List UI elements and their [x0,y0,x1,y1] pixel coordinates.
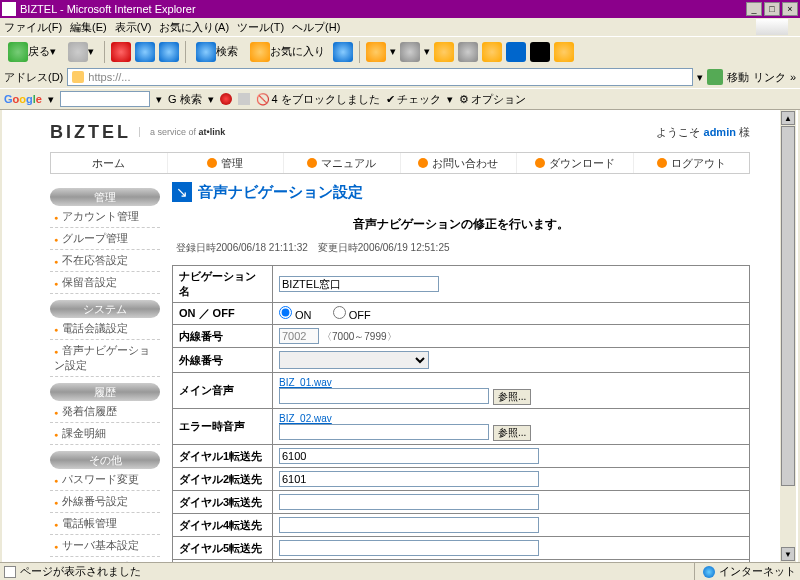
address-input[interactable]: https://... [67,68,693,86]
discuss-icon[interactable] [458,42,478,62]
link-error-audio[interactable]: BIZ_02.wav [279,413,332,424]
go-button[interactable] [707,69,723,85]
input-ext [279,328,319,344]
page-title: 音声ナビゲーション設定 [198,183,363,202]
google-toolbar: Google▾ ▾ G 検索▾ 🚫 4 をブロックしました ✔ チェック▾ ⚙ … [0,88,800,110]
sidebar-head-other: その他 [50,451,160,469]
nav-admin[interactable]: 管理 [167,153,284,173]
label-dial3: ダイヤル3転送先 [173,491,273,514]
address-label: アドレス(D) [4,70,63,85]
nav-contact[interactable]: お問い合わせ [400,153,517,173]
sidebar-item-voicenav[interactable]: 音声ナビゲーション設定 [50,340,160,377]
welcome-text: ようこそ admin 様 [656,125,750,140]
main-nav: ホーム 管理 マニュアル お問い合わせ ダウンロード ログアウト [50,152,750,174]
page-header: BIZTEL a service of at•link ようこそ admin 様 [50,116,750,148]
sidebar-head-system: システム [50,300,160,318]
sidebar-item-hold[interactable]: 保留音設定 [50,272,160,294]
sidebar-item-phonebook[interactable]: 電話帳管理 [50,513,160,535]
link-main-audio[interactable]: BIZ_01.wav [279,377,332,388]
sidebar-item-conference[interactable]: 電話会議設定 [50,318,160,340]
sidebar-item-extline[interactable]: 外線番号設定 [50,491,160,513]
browse-error-audio[interactable]: 参照... [493,425,531,441]
page-title-icon: ↘ [172,182,192,202]
maximize-button[interactable]: □ [764,2,780,16]
nav-manual[interactable]: マニュアル [283,153,400,173]
sidebar-head-admin: 管理 [50,188,160,206]
messenger-icon[interactable] [554,42,574,62]
research-icon[interactable] [482,42,502,62]
refresh-icon[interactable] [135,42,155,62]
go-label[interactable]: 移動 [727,70,749,85]
radio-off[interactable]: OFF [333,309,371,321]
label-main-audio: メイン音声 [173,373,273,409]
print-icon[interactable] [400,42,420,62]
pagerank-icon[interactable] [220,93,232,105]
nav-logout[interactable]: ログアウト [633,153,750,173]
scroll-down-icon[interactable]: ▼ [781,547,795,561]
sidebar-item-group[interactable]: グループ管理 [50,228,160,250]
input-dial5[interactable] [279,540,539,556]
sidebar-item-calllog[interactable]: 発着信履歴 [50,401,160,423]
label-nav-name: ナビゲーション名 [173,266,273,303]
minimize-button[interactable]: _ [746,2,762,16]
nav-home[interactable]: ホーム [51,153,167,173]
popup-blocked[interactable]: 🚫 4 をブロックしました [256,92,380,107]
window-title: BIZTEL - Microsoft Internet Explorer [20,3,196,15]
sidebar-item-absence[interactable]: 不在応答設定 [50,250,160,272]
back-button[interactable]: 戻る ▾ [4,40,60,64]
forward-button[interactable]: ▾ [64,40,98,64]
browser-toolbar: 戻る ▾ ▾ 検索 お気に入り ▾ ▾ [0,36,800,66]
label-dial4: ダイヤル4転送先 [173,514,273,537]
input-dial3[interactable] [279,494,539,510]
mail-icon[interactable] [366,42,386,62]
edit-icon[interactable] [434,42,454,62]
menu-favorites[interactable]: お気に入り(A) [159,20,229,35]
logo-subtitle: a service of at•link [139,127,225,137]
input-dial2[interactable] [279,471,539,487]
input-error-audio[interactable] [279,424,489,440]
input-nav-name[interactable] [279,276,439,292]
vertical-scrollbar[interactable]: ▲ ▼ [780,110,796,562]
google-search-input[interactable] [60,91,150,107]
scroll-up-icon[interactable]: ▲ [781,111,795,125]
scroll-thumb[interactable] [781,126,795,486]
input-dial4[interactable] [279,517,539,533]
google-check[interactable]: ✔ チェック [386,92,441,107]
browse-main-audio[interactable]: 参照... [493,389,531,405]
menu-file[interactable]: ファイル(F) [4,20,62,35]
sidebar-item-password[interactable]: パスワード変更 [50,469,160,491]
lock-icon [72,71,84,83]
sidebar-item-server[interactable]: サーバ基本設定 [50,535,160,557]
stop-icon[interactable] [111,42,131,62]
google-options[interactable]: ⚙ オプション [459,92,526,107]
sidebar: 管理 アカウント管理 グループ管理 不在応答設定 保留音設定 システム 電話会議… [50,182,160,562]
close-button[interactable]: × [782,2,798,16]
menu-view[interactable]: 表示(V) [115,20,152,35]
bluetooth-icon[interactable] [506,42,526,62]
icon-b[interactable] [530,42,550,62]
input-main-audio[interactable] [279,388,489,404]
browser-viewport: BIZTEL a service of at•link ようこそ admin 様… [0,110,800,562]
menu-tools[interactable]: ツール(T) [237,20,284,35]
google-icon-2[interactable] [238,93,250,105]
page-meta: 登録日時2006/06/18 21:11:32 変更日時2006/06/19 1… [172,241,750,255]
sidebar-item-account[interactable]: アカウント管理 [50,206,160,228]
google-logo[interactable]: Google [4,93,42,105]
window-titlebar: BIZTEL - Microsoft Internet Explorer _ □… [0,0,800,18]
sidebar-item-backup[interactable]: バックアップ・リストア [50,557,160,562]
menu-edit[interactable]: 編集(E) [70,20,107,35]
radio-on[interactable]: ON [279,309,312,321]
ie-logo-icon [756,19,788,35]
sidebar-item-billing[interactable]: 課金明細 [50,423,160,445]
links-label[interactable]: リンク [753,70,786,85]
select-line[interactable] [279,351,429,369]
home-icon[interactable] [159,42,179,62]
menu-help[interactable]: ヘルプ(H) [292,20,340,35]
search-button[interactable]: 検索 [192,40,242,64]
input-dial1[interactable] [279,448,539,464]
google-search-button[interactable]: G 検索 [168,92,202,107]
history-icon[interactable] [333,42,353,62]
nav-download[interactable]: ダウンロード [516,153,633,173]
globe-icon [703,566,715,578]
favorites-button[interactable]: お気に入り [246,40,329,64]
